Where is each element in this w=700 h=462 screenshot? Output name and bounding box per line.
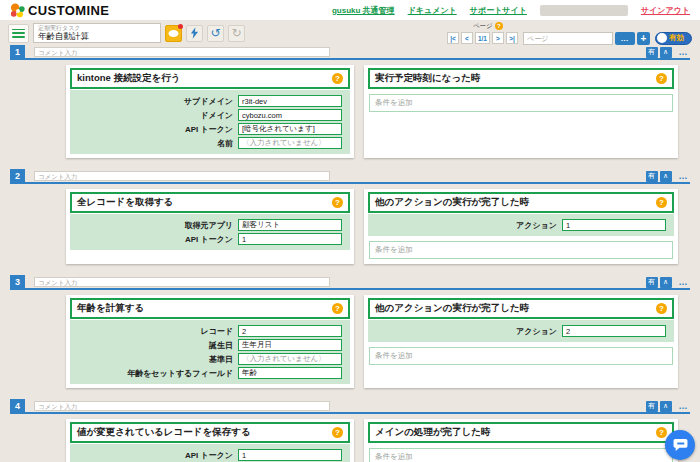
trigger-card-header: メインの処理が完了した時 ? [368, 422, 674, 443]
row-more-button[interactable]: … [679, 402, 689, 411]
row-more-button[interactable]: … [679, 278, 689, 287]
collapse-button[interactable]: ∧ [660, 277, 672, 288]
field-input[interactable] [238, 109, 342, 121]
trigger-card-header: 他のアクションの実行が完了した時 ? [368, 298, 674, 319]
action-section: 3 有 ∧ … 年齢を計算する ? レコード 誕生日 基準日 年齢をセッ [10, 276, 690, 388]
field-input[interactable] [238, 219, 342, 231]
prev-page-button[interactable]: < [461, 32, 473, 44]
toggle-knob [657, 33, 667, 43]
link-support-site[interactable]: サポートサイト [470, 5, 527, 16]
add-condition-box[interactable]: 条件を追加 [369, 241, 673, 259]
collapse-button[interactable]: ∧ [660, 47, 672, 58]
page-select-input[interactable] [523, 32, 613, 45]
add-page-button[interactable]: + [637, 32, 650, 45]
menu-button[interactable] [8, 24, 29, 43]
add-condition-box[interactable]: 条件を追加 [369, 347, 673, 365]
action-title: 全レコードを取得する [77, 196, 173, 209]
field-input[interactable] [238, 123, 342, 135]
help-icon[interactable]: ? [656, 303, 667, 314]
field-input[interactable] [238, 449, 342, 461]
field-input[interactable] [238, 95, 342, 107]
field-row: 名前 [78, 137, 342, 149]
last-page-button[interactable]: >| [506, 32, 518, 44]
add-condition-box[interactable]: 条件を追加 [369, 94, 673, 112]
help-icon[interactable]: ? [332, 427, 343, 438]
help-icon[interactable]: ? [656, 197, 667, 208]
field-input[interactable] [238, 137, 342, 149]
action-fields: API トークン [70, 444, 350, 462]
action-card: kintone 接続設定を行う ? サブドメイン ドメイン API トークン 名… [66, 65, 354, 158]
field-row: API トークン [78, 449, 342, 461]
collapse-button[interactable]: ∧ [660, 171, 672, 182]
comment-input[interactable] [34, 171, 330, 181]
trigger-fields: アクション [368, 214, 674, 236]
redo-button[interactable]: ↻ [228, 25, 245, 42]
section-body: 年齢を計算する ? レコード 誕生日 基準日 年齢をセットするフィールド 他のア… [10, 290, 690, 388]
comment-input[interactable] [34, 277, 330, 287]
action-section: 4 有 ∧ … 値が変更されているレコードを保存する ? API トークン メイ… [10, 400, 690, 462]
undo-button[interactable]: ↺ [207, 25, 224, 42]
undo-icon: ↺ [210, 27, 220, 39]
field-input[interactable] [238, 353, 342, 365]
field-row: 基準日 [78, 353, 342, 365]
add-condition-box[interactable]: 条件を追加 [369, 448, 673, 462]
action-section: 2 有 ∧ … 全レコードを取得する ? 取得元アプリ API トークン [10, 170, 690, 264]
action-card-header: kintone 接続設定を行う ? [70, 68, 350, 89]
enabled-toggle[interactable]: 有効 [655, 32, 692, 45]
collapse-button[interactable]: ∧ [660, 401, 672, 412]
comment-input[interactable] [34, 47, 330, 57]
field-label: アクション [516, 220, 557, 231]
trigger-card-header: 他のアクションの実行が完了した時 ? [368, 192, 674, 213]
trigger-title: 他のアクションの実行が完了した時 [375, 196, 529, 209]
section-header-row: 4 有 ∧ … [10, 400, 690, 414]
field-input[interactable] [238, 367, 342, 379]
task-name-box[interactable]: 定期実行タスク 年齢自動計算 [33, 23, 161, 43]
row-more-button[interactable]: … [679, 48, 689, 57]
help-icon[interactable]: ? [656, 73, 667, 84]
chat-button[interactable] [665, 430, 695, 460]
customine-logo: CUSTOMINE [10, 3, 109, 18]
field-input[interactable] [238, 325, 342, 337]
comment-input[interactable] [34, 401, 330, 411]
section-body: kintone 接続設定を行う ? サブドメイン ドメイン API トークン 名… [10, 60, 690, 158]
link-gusuku-admin[interactable]: gusuku 共通管理 [332, 5, 395, 16]
enabled-badge-button[interactable]: 有 [646, 401, 658, 412]
trigger-card-header: 実行予定時刻になった時 ? [368, 68, 674, 89]
section-header-row: 1 有 ∧ … [10, 46, 690, 60]
notification-dot [178, 24, 183, 29]
field-input[interactable] [238, 339, 342, 351]
page-more-button[interactable]: … [615, 32, 635, 45]
help-icon[interactable]: ? [332, 303, 343, 314]
next-page-button[interactable]: > [492, 32, 504, 44]
mobile-preview-button[interactable] [165, 25, 182, 42]
section-header-row: 3 有 ∧ … [10, 276, 690, 290]
trigger-card: 実行予定時刻になった時 ? 条件を追加 [364, 65, 678, 158]
action-number-badge: 4 [10, 399, 25, 412]
field-label: API トークン [185, 450, 233, 461]
row-more-button[interactable]: … [679, 172, 689, 181]
run-button[interactable] [186, 25, 203, 42]
field-row: API トークン [78, 123, 342, 135]
sections-host: 1 有 ∧ … kintone 接続設定を行う ? サブドメイン ドメイン AP… [0, 46, 700, 462]
action-title: 年齢を計算する [77, 302, 144, 315]
help-icon[interactable]: ? [656, 427, 667, 438]
enabled-badge-button[interactable]: 有 [646, 47, 658, 58]
first-page-button[interactable]: |< [447, 32, 459, 44]
field-input[interactable] [562, 325, 666, 337]
field-row: ドメイン [78, 109, 342, 121]
enabled-badge-button[interactable]: 有 [646, 171, 658, 182]
page-help-icon[interactable]: ? [495, 22, 503, 30]
trigger-card: 他のアクションの実行が完了した時 ? アクション 条件を追加 [364, 295, 678, 388]
field-input[interactable] [562, 219, 666, 231]
field-label: ドメイン [200, 110, 233, 121]
action-card-header: 年齢を計算する ? [70, 298, 350, 319]
link-documents[interactable]: ドキュメント [408, 5, 457, 16]
trigger-title: 実行予定時刻になった時 [375, 72, 480, 85]
help-icon[interactable]: ? [332, 197, 343, 208]
trigger-card: メインの処理が完了した時 ? 条件を追加 [364, 419, 678, 462]
enabled-badge-button[interactable]: 有 [646, 277, 658, 288]
link-signout[interactable]: サインアウト [641, 5, 690, 16]
help-icon[interactable]: ? [332, 73, 343, 84]
field-input[interactable] [238, 233, 342, 245]
field-label: 年齢をセットするフィールド [127, 368, 233, 379]
